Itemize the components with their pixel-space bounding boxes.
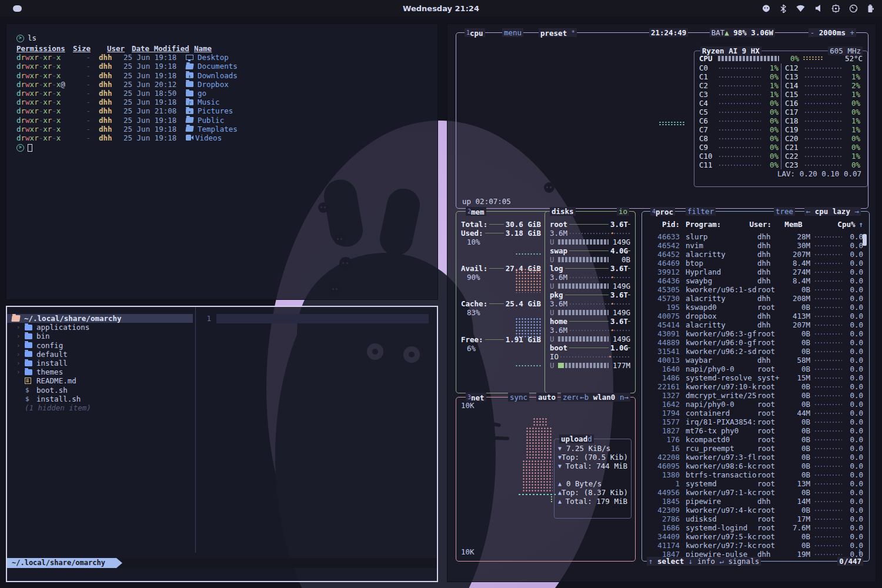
- interval-increase[interactable]: +: [850, 28, 854, 37]
- volume-icon[interactable]: [814, 4, 823, 12]
- disk-name-row: home3.6T: [550, 317, 630, 326]
- process-row[interactable]: 45305 kworker/u96:1-sd root 0B 0.0: [647, 285, 863, 294]
- cpu-cores-box: Ryzen AI 9 HX 605 MHz CPU 0% 52°C C01%: [694, 51, 868, 187]
- process-row[interactable]: 1827 mt76-tx phy0 root 0B 0.0: [647, 426, 863, 435]
- interval-decrease[interactable]: -: [810, 28, 815, 37]
- process-row[interactable]: 1686 systemd-logind root 7.6M 0.0: [647, 523, 863, 532]
- tree-file[interactable]: install.sh: [7, 395, 195, 403]
- process-row[interactable]: 2786 udisksd root 17M 0.0: [647, 514, 863, 523]
- battery-icon[interactable]: [867, 4, 874, 13]
- terminal-cursor[interactable]: [28, 144, 32, 152]
- tree-directory[interactable]: default: [7, 350, 195, 359]
- wifi-icon[interactable]: [796, 4, 806, 12]
- proc-tree-toggle[interactable]: tree: [774, 207, 795, 216]
- process-row[interactable]: 1640 napi/phy0-0 root 0B 0.0: [647, 365, 863, 373]
- pane-separator[interactable]: [195, 307, 196, 553]
- process-row[interactable]: 43091 kworker/u96:3-gf root 0B 0.0: [647, 329, 863, 338]
- permissions: drwxr-xr-x: [16, 106, 71, 115]
- process-row[interactable]: 46633 slurp dhh 28M 0.0: [647, 232, 863, 241]
- disks-io-toggle[interactable]: io: [617, 207, 629, 216]
- info-action[interactable]: info: [697, 557, 715, 566]
- interface-next[interactable]: n→: [620, 393, 629, 402]
- screen-record-icon[interactable]: [831, 4, 840, 13]
- uptime: up 02:07:05: [462, 197, 511, 206]
- process-row[interactable]: 42309 kworker/u97:4-kc root 0B 0.0: [647, 506, 863, 514]
- proc-scrollbar[interactable]: [863, 234, 867, 246]
- process-row[interactable]: 16 rcu_preempt root 0B 0.0: [647, 444, 863, 453]
- preset-button[interactable]: preset *: [539, 28, 577, 37]
- net-dialog-key[interactable]: d: [587, 435, 592, 443]
- sort-next[interactable]: →: [854, 207, 859, 216]
- tree-directory[interactable]: config: [7, 341, 195, 350]
- process-row[interactable]: 1577 irq/81-PIXA3854: root 0B 0.0: [647, 417, 863, 426]
- download-top: ▼Top: (70.5 Kib): [558, 453, 627, 462]
- process-row[interactable]: 1642 napi/phy0-0 root 0B 0.0: [647, 400, 863, 409]
- disk-used-meter: [558, 310, 609, 315]
- process-row[interactable]: 46095 kworker/u98:6-kc root 0B 0.0: [647, 462, 863, 470]
- gauge-icon[interactable]: [849, 4, 858, 13]
- process-row[interactable]: 46436 swaybg dhh 8.4M 0.0: [647, 276, 863, 285]
- size: -: [71, 89, 91, 98]
- process-row[interactable]: 1845 pipewire dhh 14M 0.0: [647, 497, 863, 506]
- process-row[interactable]: 42208 kworker/u97:3-fl root 0B 0.0: [647, 453, 863, 462]
- process-row[interactable]: 1327 dmcrypt_write/25 root 0B 0.0: [647, 391, 863, 400]
- column-user[interactable]: User:: [749, 220, 776, 229]
- process-row[interactable]: 195 kswapd0 root 0B 0.0: [647, 303, 863, 312]
- folder-icon: [25, 360, 32, 366]
- net-auto-toggle[interactable]: auto: [536, 393, 557, 402]
- process-row[interactable]: 45730 alacritty dhh 208M 0.0: [647, 294, 863, 303]
- process-row[interactable]: 1380 btrfs-transactio root 0B 0.0: [647, 470, 863, 479]
- process-row[interactable]: 46469 btop dhh 8.4M 0.0: [647, 259, 863, 268]
- process-row[interactable]: 46542 nvim dhh 30M 0.0: [647, 241, 863, 250]
- tree-directory[interactable]: install: [7, 359, 195, 368]
- prompt-icon: >: [16, 35, 24, 42]
- column-memb[interactable]: MemB: [776, 220, 802, 229]
- process-row[interactable]: 176 kcompactd0 root 0B 0.0: [647, 435, 863, 444]
- tree-directory[interactable]: applications: [7, 323, 195, 332]
- process-row[interactable]: 45414 alacritty dhh 207M 0.0: [647, 320, 863, 329]
- process-row[interactable]: 39912 Hyprland dhh 274M 0.0: [647, 268, 863, 276]
- process-row[interactable]: 34409 kworker/u97:5-kc root 0B 0.0: [647, 532, 863, 541]
- scroll-down-icon[interactable]: ↓: [857, 546, 862, 555]
- process-row[interactable]: 40075 dropbox dhh 413M 0.0: [647, 312, 863, 320]
- tree-file[interactable]: README.md: [7, 376, 195, 385]
- tree-file[interactable]: boot.sh: [7, 386, 195, 395]
- process-row[interactable]: 41174 kworker/u97:7-kc root 0B 0.0: [647, 541, 863, 550]
- column-cpu[interactable]: Cpu%: [834, 220, 855, 229]
- statusline: ~/.local/share/omarchy: [7, 558, 437, 568]
- folder-icon: [25, 351, 32, 357]
- net-stats-box: uploadd ▼7.25 KiB/s ▼Top: (70.5 Kib) ▼To…: [554, 439, 632, 519]
- date-modified: 25 Jun 19:18: [123, 125, 186, 133]
- sort-prev[interactable]: ←: [806, 207, 811, 216]
- proc-filter-button[interactable]: filter: [686, 207, 716, 216]
- select-action[interactable]: select: [657, 557, 684, 566]
- tree-root[interactable]: ~/.local/share/omarchy: [7, 314, 193, 323]
- process-row[interactable]: 1794 containerd root 44M 0.0: [647, 409, 863, 417]
- process-row[interactable]: 1486 systemd-resolve syst+ 15M 0.0: [647, 373, 863, 382]
- process-row[interactable]: 40013 waybar dhh 58M 0.0: [647, 356, 863, 365]
- column-program[interactable]: Program:: [680, 220, 749, 229]
- interface-prev[interactable]: ←b: [580, 393, 589, 402]
- column-pid[interactable]: Pid:: [647, 220, 680, 229]
- process-row[interactable]: 1 systemd root 13M 0.0: [647, 479, 863, 488]
- net-sync-toggle[interactable]: sync: [508, 393, 529, 402]
- bluetooth-icon[interactable]: [780, 4, 787, 13]
- proc-footer: ↑ select ↓ info ↵ signals: [647, 557, 761, 566]
- process-row[interactable]: 44889 kworker/u96:0-gf root 0B 0.0: [647, 338, 863, 347]
- scroll-up-icon[interactable]: ↑: [858, 220, 863, 229]
- process-row[interactable]: 44956 kworker/u97:1-kc root 0B 0.0: [647, 488, 863, 497]
- tree-directory[interactable]: themes: [7, 368, 195, 376]
- user: dhh: [99, 106, 123, 115]
- folder-icon: [25, 369, 32, 375]
- core-row: C191%: [785, 125, 860, 134]
- signals-action[interactable]: signals: [729, 557, 760, 566]
- size: -: [71, 98, 91, 106]
- process-row[interactable]: 22161 kworker/u97:10-k root 0B 0.0: [647, 382, 863, 391]
- process-row[interactable]: 31541 kworker/u96:2-sd root 0B 0.0: [647, 347, 863, 356]
- tree-directory[interactable]: bin: [7, 332, 195, 340]
- proc-selection-count: 0/447: [837, 557, 863, 566]
- menu-button[interactable]: menu: [502, 28, 523, 37]
- process-row[interactable]: 46452 alacritty dhh 207M 0.0: [647, 250, 863, 259]
- file-name: Music: [186, 98, 220, 106]
- mask-icon[interactable]: [761, 4, 771, 13]
